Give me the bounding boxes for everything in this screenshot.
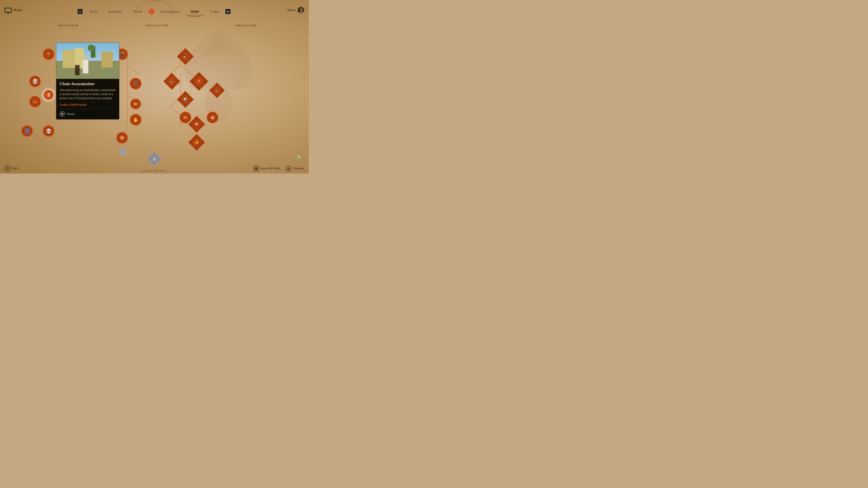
scene-victim bbox=[75, 65, 80, 75]
menu-section[interactable]: Menu bbox=[4, 8, 22, 13]
svg-line-25 bbox=[180, 65, 192, 74]
svg-line-16 bbox=[127, 65, 138, 74]
bottom-right-controls: Reset All Skills Tutorials bbox=[253, 166, 304, 171]
phantom-label: PHANTOM bbox=[58, 24, 79, 27]
reset-all-skills-button[interactable]: Reset All Skills bbox=[253, 166, 280, 171]
skill-card-body: Chain Assassination After performing an … bbox=[56, 79, 119, 119]
skill-node-trickster-4[interactable]: ✋ bbox=[130, 114, 142, 126]
skill-points-diamond: 0 bbox=[148, 153, 161, 166]
skill-node-trickster-2[interactable]: ➕ bbox=[130, 78, 142, 90]
skill-node-phantom-3[interactable]: 🗡 bbox=[43, 89, 55, 101]
l1-badge: L1 bbox=[78, 9, 83, 14]
svg-line-26 bbox=[169, 65, 180, 74]
tab-skills[interactable]: Skills bbox=[186, 8, 204, 15]
back-button-icon bbox=[4, 165, 10, 171]
skill-node-trickster-5[interactable]: ⚙ bbox=[116, 132, 128, 144]
reset-all-icon bbox=[253, 166, 259, 171]
tab-investigation[interactable]: Investigation bbox=[156, 8, 185, 15]
skill-card-title: Chain Assassination bbox=[59, 82, 116, 86]
skill-points-label-area: SKILL POINTS bbox=[142, 168, 166, 173]
scene-character bbox=[83, 60, 88, 73]
skill-card-description: After performing an assassination, assas… bbox=[59, 88, 116, 100]
skill-points-count: 0 bbox=[153, 156, 156, 162]
back-button-area[interactable]: Back bbox=[4, 165, 19, 171]
skill-tree: 🏃 💀 🗡 — 🌀 💀 💣 ➕ ⚙2 ✋ ⚙ 🦅 bbox=[0, 27, 309, 160]
menu-icon bbox=[4, 8, 12, 13]
skill-node-phantom-4[interactable]: — bbox=[29, 96, 41, 107]
skill-node-phantom-2[interactable]: 💀 bbox=[29, 75, 41, 87]
tutorials-label: Tutorials bbox=[293, 167, 304, 170]
skill-node-phantom-6[interactable]: 💀 bbox=[43, 125, 55, 137]
square-inner-icon bbox=[255, 167, 257, 170]
store-label: Store bbox=[287, 8, 296, 12]
navbar: Menu L1 Tools Inventory World ! Investi bbox=[0, 0, 309, 20]
back-label: Back bbox=[12, 166, 19, 170]
skill-node-predator-8[interactable]: ⊕ bbox=[207, 111, 218, 123]
skill-node-phantom-5[interactable]: 🌀 bbox=[21, 125, 33, 137]
trickster-label: TRICKSTER bbox=[145, 24, 169, 27]
r1-badge: R1 bbox=[225, 9, 230, 14]
tutorials-icon bbox=[286, 166, 291, 171]
reset-all-label: Reset All Skills bbox=[260, 167, 280, 170]
svg-line-33 bbox=[169, 107, 180, 115]
skill-card-scene bbox=[56, 43, 119, 79]
skill-card: Chain Assassination After performing an … bbox=[56, 42, 119, 120]
skill-node-predator-6[interactable]: ✂ bbox=[180, 111, 191, 123]
scene-hood bbox=[83, 56, 88, 60]
reset-label: Reset bbox=[67, 112, 74, 116]
reset-square-icon bbox=[61, 113, 63, 115]
triangle-inner-icon bbox=[287, 167, 289, 169]
skill-node-predator-4[interactable]: 🦅 bbox=[209, 83, 225, 98]
scene-tree-top bbox=[88, 44, 94, 51]
skill-node-phantom-1[interactable]: 🏃 bbox=[43, 48, 55, 60]
skill-card-image bbox=[56, 43, 119, 79]
scene-building-1 bbox=[63, 50, 76, 68]
predator-label: PREDATOR bbox=[236, 24, 257, 27]
tab-tools[interactable]: Tools bbox=[84, 8, 102, 15]
menu-label: Menu bbox=[13, 8, 22, 12]
skill-node-predator-5[interactable]: 🌊 bbox=[177, 91, 194, 108]
circle-inner-icon bbox=[6, 167, 8, 169]
skill-node-predator-9[interactable]: ✨ bbox=[188, 134, 205, 151]
store-avatar bbox=[298, 7, 304, 13]
section-labels: PHANTOM TRICKSTER PREDATOR bbox=[0, 24, 309, 27]
skill-card-cost: Costs 3 Skill Points bbox=[59, 103, 116, 106]
svg-point-3 bbox=[300, 8, 303, 11]
skill-node-trickster-3[interactable]: ⚙2 bbox=[130, 98, 141, 109]
scene-building-3 bbox=[101, 52, 113, 68]
tutorials-button[interactable]: Tutorials bbox=[286, 166, 304, 171]
skill-node-predator-3[interactable]: 1 bbox=[189, 72, 209, 91]
skill-card-reset[interactable]: Reset bbox=[59, 111, 116, 117]
skill-points-area: 0 bbox=[148, 153, 161, 166]
reset-button-icon bbox=[59, 111, 65, 117]
tab-codex[interactable]: Codex bbox=[205, 8, 225, 15]
tab-inventory[interactable]: Inventory bbox=[103, 8, 127, 15]
skill-points-label: SKILL POINTS bbox=[142, 169, 166, 172]
tab-world[interactable]: World bbox=[128, 8, 147, 15]
store-section[interactable]: Store bbox=[287, 7, 304, 13]
skill-node-predator-2[interactable]: 🦅 bbox=[163, 73, 180, 90]
skill-node-predator-1[interactable]: 🦅 bbox=[177, 48, 194, 65]
trickster-diamond-small bbox=[119, 147, 127, 156]
